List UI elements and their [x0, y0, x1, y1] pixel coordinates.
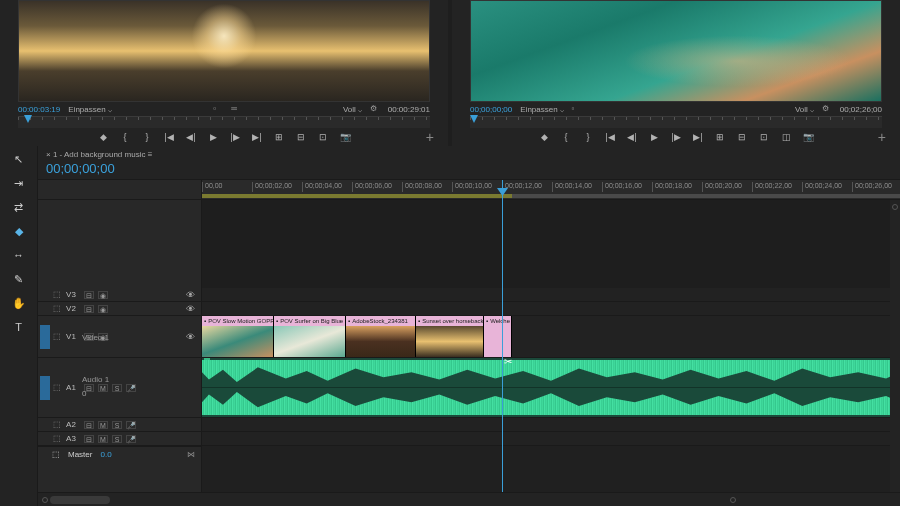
track-header-a2[interactable]: ⬚A2⊟MS🎤	[38, 418, 201, 432]
source-in-tc[interactable]: 00:00:03:19	[18, 105, 60, 114]
step-fwd-button[interactable]: |▶	[229, 131, 241, 143]
program-out-tc[interactable]: 00;02;26;00	[840, 105, 882, 114]
track-v1-lane[interactable]: POV Slow Motion GOPR POV Surfer on Big B…	[202, 316, 900, 358]
mark-clip-button[interactable]: {	[119, 131, 131, 143]
program-overlay-icon[interactable]: ▫	[572, 104, 582, 114]
audio1-label: Audio 1	[38, 374, 201, 386]
go-in-button[interactable]: |◀	[604, 131, 616, 143]
snapshot-button[interactable]: 📷	[339, 131, 351, 143]
tool-palette: ↖ ⇥ ⇄ ◆ ↔ ✎ ✋ T	[0, 146, 38, 506]
video-clip[interactable]: POV Surfer on Big Blue O	[274, 316, 346, 357]
video-clip[interactable]: Welche St	[484, 316, 512, 357]
program-preview[interactable]	[470, 0, 882, 102]
master-track[interactable]: ⬚Master0.0⋈	[38, 446, 201, 462]
type-tool[interactable]: T	[12, 320, 26, 334]
lift-button[interactable]: ⊞	[714, 131, 726, 143]
timeline-playhead[interactable]	[502, 180, 503, 492]
video-clip[interactable]: POV Slow Motion GOPR	[202, 316, 274, 357]
sequence-tab[interactable]: × 1 - Add background music ≡	[46, 150, 892, 159]
track-header-v2[interactable]: ⬚V2⊟◉👁	[38, 302, 201, 316]
step-fwd-button[interactable]: |▶	[670, 131, 682, 143]
source-scrubber[interactable]	[18, 116, 430, 128]
timeline-tracks[interactable]: 00,00 00;00;02,00 00;00;04,00 00;00;06,0…	[202, 180, 900, 492]
compare-button[interactable]: ◫	[780, 131, 792, 143]
audio-zero: 0	[38, 388, 201, 400]
track-header-v3[interactable]: ⬚V3⊟◉👁	[38, 288, 201, 302]
wrench-icon[interactable]: ⚙	[822, 104, 832, 114]
track-a2-lane[interactable]	[202, 418, 900, 432]
audio-clip[interactable]: ▪	[202, 358, 900, 417]
video-clip[interactable]: AdobeStock_234381	[346, 316, 416, 357]
track-headers: ⬚V3⊟◉👁 ⬚V2⊟◉👁 ⬚V1⊟◉👁 Video 1 ⬚A1⊟MS🎤 Aud…	[38, 180, 202, 492]
source-monitor: 00:00:03:19 Einpassen ▫ ═ Voll ⚙ 00:00:2…	[0, 0, 448, 146]
video1-label: Video 1	[38, 332, 201, 344]
source-full-menu[interactable]: Voll	[343, 105, 362, 114]
source-fit-menu[interactable]: Einpassen	[68, 105, 111, 114]
safe-margins-icon[interactable]: ═	[231, 104, 241, 114]
sequence-timecode[interactable]: 00;00;00;00	[46, 161, 892, 176]
horizontal-scrollbar[interactable]	[38, 492, 900, 506]
track-v3-lane[interactable]	[202, 288, 900, 302]
pen-tool[interactable]: ✎	[12, 272, 26, 286]
export-frame-button[interactable]: ⊡	[758, 131, 770, 143]
timeline-panel: × 1 - Add background music ≡ 00;00;00;00…	[38, 146, 900, 506]
track-v2-lane[interactable]	[202, 302, 900, 316]
go-out-button[interactable]: ▶|	[251, 131, 263, 143]
slip-tool[interactable]: ↔	[12, 248, 26, 262]
source-preview[interactable]	[18, 0, 430, 102]
marker-icon[interactable]: ▫	[213, 104, 223, 114]
mark-clip-button[interactable]: {	[560, 131, 572, 143]
timeline-ruler[interactable]: 00,00 00;00;02,00 00;00;04,00 00;00;06,0…	[202, 180, 900, 200]
track-select-tool[interactable]: ⇥	[12, 176, 26, 190]
step-back-button[interactable]: ◀|	[185, 131, 197, 143]
selection-tool[interactable]: ↖	[12, 152, 26, 166]
play-button[interactable]: ▶	[648, 131, 660, 143]
razor-tool[interactable]: ◆	[12, 224, 26, 238]
export-frame-button[interactable]: ⊡	[317, 131, 329, 143]
go-in-button[interactable]: |◀	[163, 131, 175, 143]
add-button-icon[interactable]: +	[426, 129, 434, 145]
go-out-button[interactable]: ▶|	[692, 131, 704, 143]
ripple-edit-tool[interactable]: ⇄	[12, 200, 26, 214]
source-out-tc[interactable]: 00:00:29:01	[388, 105, 430, 114]
program-fit-menu[interactable]: Einpassen	[520, 105, 563, 114]
extract-button[interactable]: ⊟	[736, 131, 748, 143]
program-scrubber[interactable]	[470, 116, 882, 128]
program-monitor: 00;00;00;00 Einpassen ▫ Voll ⚙ 00;02;26;…	[452, 0, 900, 146]
hand-tool[interactable]: ✋	[12, 296, 26, 310]
razor-cursor-icon: ✂	[504, 356, 512, 367]
program-transport: ◆ { } |◀ ◀| ▶ |▶ ▶| ⊞ ⊟ ⊡ ◫ 📷 +	[452, 128, 900, 146]
snapshot-button[interactable]: 📷	[802, 131, 814, 143]
add-button-icon[interactable]: +	[878, 129, 886, 145]
program-in-tc[interactable]: 00;00;00;00	[470, 105, 512, 114]
insert-button[interactable]: ⊞	[273, 131, 285, 143]
track-header-a3[interactable]: ⬚A3⊟MS🎤	[38, 432, 201, 446]
video-clip[interactable]: Sunset over horseback riders	[416, 316, 484, 357]
program-full-menu[interactable]: Voll	[795, 105, 814, 114]
mark-in-button[interactable]: ◆	[538, 131, 550, 143]
mark-clip-button2[interactable]: }	[141, 131, 153, 143]
overwrite-button[interactable]: ⊟	[295, 131, 307, 143]
wrench-icon[interactable]: ⚙	[370, 104, 380, 114]
track-a3-lane[interactable]	[202, 432, 900, 446]
play-button[interactable]: ▶	[207, 131, 219, 143]
source-transport: ◆ { } |◀ ◀| ▶ |▶ ▶| ⊞ ⊟ ⊡ 📷 +	[0, 128, 448, 146]
step-back-button[interactable]: ◀|	[626, 131, 638, 143]
mark-clip-button2[interactable]: }	[582, 131, 594, 143]
mark-in-button[interactable]: ◆	[97, 131, 109, 143]
track-a1-lane[interactable]: ▪	[202, 358, 900, 418]
vertical-scrollbar[interactable]	[890, 200, 900, 492]
